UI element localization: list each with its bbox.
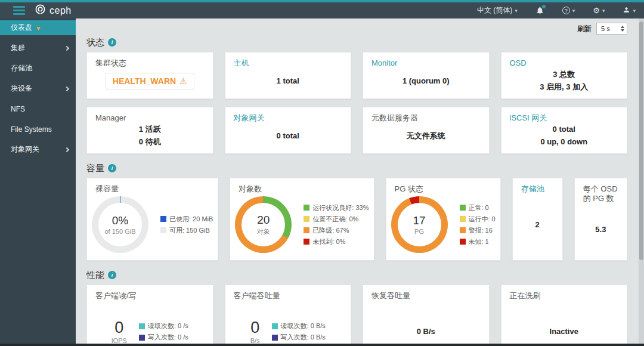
info-icon[interactable]: i [108,164,116,172]
legend-swatch [272,335,278,341]
legend-swatch [304,239,309,245]
legend-label: 可用: 150 GiB [169,226,210,235]
status-section-header: 状态 i [86,36,627,48]
settings-menu[interactable]: ⚙ ▾ [593,6,605,15]
iscsi-gateway-link[interactable]: iSCSI 网关 [501,107,627,123]
raw-capacity-donut-chart: 0% of 150 GiB [92,196,148,253]
section-title: 性能 [86,270,104,281]
sidebar-item-cluster[interactable]: 集群 [0,41,76,55]
info-icon[interactable]: i [108,271,116,279]
chevron-down-icon: ▾ [633,8,636,14]
sidebar-item-label: NFS [11,105,25,113]
sidebar-item-label: 仪表盘 [11,23,32,33]
monitor-link[interactable]: Monitor [363,52,489,68]
warning-icon: ⚠ [179,76,187,86]
metric-value: 0 [114,319,123,337]
pools-link[interactable]: 存储池 [513,178,562,194]
legend-label: 未找到: 0% [312,237,345,246]
recovery-throughput-card: 恢复吞吐量 0 B/s [363,285,490,346]
legend-swatch [460,227,466,233]
object-gateway-card: 对象网关 0 total [225,107,352,154]
card-value: 0 total [277,130,299,142]
object-gateway-link[interactable]: 对象网关 [225,107,351,123]
legend-swatch [139,335,145,341]
manager-card: Manager 1 活跃 0 待机 [86,107,213,154]
sidebar-item-block[interactable]: 块设备 [0,81,76,96]
legend-swatch [272,323,278,329]
donut-value: 20 [257,214,270,227]
objects-card: 对象数 20 对象 运行状况良好: 33% 位置不正确: 0% 已降级: 67%… [230,178,374,261]
card-title: 集群状态 [87,52,213,68]
card-value: 5.3 [595,224,606,236]
legend-swatch [160,227,166,233]
main-content: 刷新 5 s 状态 i 集群状态 HEALTH_WARN ⚠ 主机 1 tota… [76,18,644,346]
ceph-logo-icon [35,4,46,17]
scrollbar-thumb[interactable] [639,21,643,260]
osd-link[interactable]: OSD [501,52,627,68]
scrubbing-card: 正在洗刷 Inactive [501,285,628,346]
section-title: 状态 [86,37,104,48]
info-icon[interactable]: i [108,38,116,47]
language-menu[interactable]: 中文 (简体) ▾ [477,5,518,16]
legend-label: 已使用: 20 MiB [169,215,213,224]
performance-grid: 客户端读/写 0 IOPS 读取次数: 0 /s 写入次数: 0 /s 客户端吞… [86,285,627,346]
ceph-brand[interactable]: ceph [35,4,72,17]
legend-swatch [304,227,309,233]
chevron-right-icon [64,147,69,152]
legend-swatch [139,323,145,329]
donut-sublabel: of 150 GiB [105,228,136,235]
question-icon: ? [562,7,570,14]
legend-label: 读取次数: 0 /s [148,322,188,330]
card-value: 1 total [277,75,299,87]
donut-value: 0% [112,214,128,227]
sidebar-item-label: 对象网关 [11,144,39,155]
brand-text: ceph [49,5,72,16]
refresh-interval-select[interactable]: 5 s [596,23,627,35]
sidebar-item-filesystems[interactable]: File Systems [0,122,76,137]
legend-swatch [460,216,466,222]
sidebar-item-dashboard[interactable]: 仪表盘 ♥ [0,20,76,35]
legend-swatch [160,216,166,222]
legend-label: 已降级: 67% [312,226,349,235]
health-status-text: HEALTH_WARN [113,76,176,86]
chevron-down-icon: ▾ [602,8,605,14]
card-value: 0 B/s [417,326,435,338]
card-value: 1 (quorum 0) [402,75,450,87]
legend-label: 写入次数: 0 B/s [281,333,326,342]
help-menu[interactable]: ? ▾ [562,7,575,14]
sidebar-item-nfs[interactable]: NFS [0,101,76,116]
user-menu[interactable]: ▾ [623,6,636,16]
sidebar-item-label: 存储池 [11,63,32,73]
stepper-icon[interactable] [621,26,624,32]
legend-label: 未知: 1 [469,237,489,246]
card-title: 正在洗刷 [501,285,627,301]
health-heart-icon: ♥ [36,24,41,32]
sidebar-item-object-gateway[interactable]: 对象网关 [0,142,76,157]
hosts-link[interactable]: 主机 [225,52,351,68]
notification-badge [542,5,546,8]
pgs-per-osd-card: 每个 OSD 的 PG 数 5.3 [574,178,627,261]
hamburger-menu-icon[interactable] [13,6,25,15]
legend-label: 警报: 16 [469,226,493,235]
card-value: 无文件系统 [407,130,445,142]
health-status-badge[interactable]: HEALTH_WARN ⚠ [106,73,194,89]
legend: 运行状况良好: 33% 位置不正确: 0% 已降级: 67% 未找到: 0% [304,203,369,246]
sidebar-item-label: 块设备 [11,84,32,94]
chevron-right-icon [64,86,69,91]
card-value: 0 待机 [139,136,161,148]
chevron-down-icon: ▾ [572,8,575,14]
legend-swatch [460,205,466,211]
vertical-scrollbar[interactable] [639,18,644,344]
card-title: 恢复吞吐量 [363,285,489,301]
donut-value: 17 [413,214,425,227]
legend-label: 正常: 0 [469,203,489,212]
card-value: 3 总数 [553,69,575,81]
legend-label: 位置不正确: 0% [312,215,358,224]
client-read-write-card: 客户端读/写 0 IOPS 读取次数: 0 /s 写入次数: 0 /s [86,285,213,346]
legend: 正常: 0 运行中: 0 警报: 16 未知: 1 [460,203,496,246]
refresh-label: 刷新 [577,24,592,34]
sidebar-item-pools[interactable]: 存储池 [0,61,76,76]
notifications-button[interactable] [535,6,544,15]
pg-status-donut-chart: 17 PG [391,196,448,253]
objects-donut-chart: 20 对象 [235,196,292,253]
